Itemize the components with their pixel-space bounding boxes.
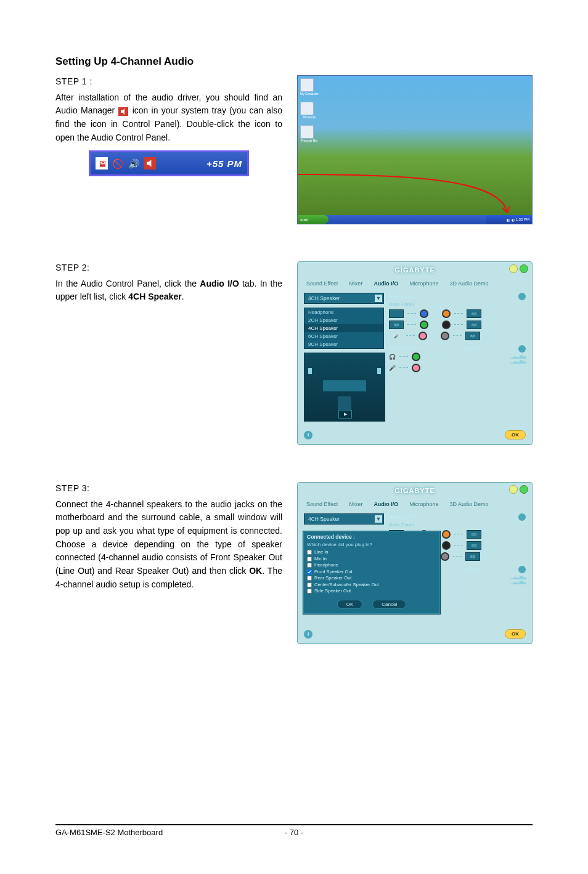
dialog-option-label: Rear Speaker Out xyxy=(314,575,351,582)
back-panel-label: Back Panel xyxy=(389,301,526,307)
jack-black[interactable] xyxy=(442,541,451,550)
demo-play-button[interactable]: ▶ xyxy=(338,410,352,419)
jack-slot: 8|8 xyxy=(389,321,404,329)
speaker-option[interactable]: 8CH Speaker xyxy=(304,340,383,348)
tab-3d-demo[interactable]: 3D Audio Demo xyxy=(449,501,488,507)
callout-arrow xyxy=(298,76,532,224)
tab-sound-effect[interactable]: Sound Effect xyxy=(306,280,338,287)
speaker-layout-illustration: ▶ xyxy=(304,353,385,422)
dialog-option-label: Headphone xyxy=(314,562,338,569)
front-jack-pink[interactable] xyxy=(412,364,420,372)
speaker-option[interactable]: Headphone xyxy=(304,308,383,316)
jack-black[interactable] xyxy=(442,321,451,329)
close-icon[interactable] xyxy=(520,485,528,494)
jack-grey[interactable] xyxy=(441,332,449,340)
step1-label: STEP 1 : xyxy=(55,75,282,89)
dialog-option[interactable]: Line In xyxy=(307,549,436,556)
ok-button[interactable]: OK xyxy=(505,629,526,639)
dialog-option-label: Side Speaker Out xyxy=(314,588,351,595)
dialog-option-label: Front Speaker Out xyxy=(314,569,353,576)
settings-icon[interactable] xyxy=(518,345,526,353)
close-icon[interactable] xyxy=(520,264,528,273)
ok-button[interactable]: OK xyxy=(505,430,526,439)
jack-slot: 8|8 xyxy=(467,321,481,329)
jack-blue[interactable] xyxy=(420,309,428,318)
settings-icon[interactable] xyxy=(518,566,526,573)
settings-icon[interactable] xyxy=(518,513,526,521)
digital-label: DIGITAL xyxy=(463,566,486,573)
analog-label: ANALOG xyxy=(389,293,415,300)
tab-mixer[interactable]: Mixer xyxy=(349,280,362,287)
jack-slot: 8|8 xyxy=(465,332,480,340)
dialog-option[interactable]: Front Speaker Out xyxy=(307,569,436,576)
tab-audio-io[interactable]: Audio I/O xyxy=(374,501,398,507)
digital-waveform: ▁▃▂▅▃ xyxy=(463,574,526,579)
dialog-option-checkbox[interactable] xyxy=(307,563,312,568)
panel-tabs: Sound Effect Mixer Audio I/O Microphone … xyxy=(298,499,532,511)
tray-speaker-icon: 🔊 xyxy=(128,157,140,169)
panel-brand: GIGABYTE xyxy=(394,266,435,274)
tab-microphone[interactable]: Microphone xyxy=(409,280,438,287)
dialog-option-checkbox[interactable] xyxy=(307,589,312,594)
desktop-screenshot: My Computer HD Audio Recycle Bin start xyxy=(297,75,533,224)
digital-waveform: ▁▃▂▅▃ xyxy=(463,359,526,364)
dialog-option-checkbox[interactable] xyxy=(307,550,312,555)
speaker-option[interactable]: 4CH Speaker xyxy=(304,324,383,332)
mic-icon: 🎤 xyxy=(389,365,396,371)
tab-microphone[interactable]: Microphone xyxy=(409,501,438,507)
footer-model: GA-M61SME-S2 Motherboard xyxy=(55,828,163,837)
dialog-option-checkbox[interactable] xyxy=(307,570,312,574)
info-icon[interactable]: i xyxy=(304,431,312,439)
info-icon[interactable]: i xyxy=(304,630,312,639)
tray-monitor-icon: 🖥 xyxy=(96,157,108,169)
dialog-option[interactable]: Mic In xyxy=(307,556,436,563)
dialog-option[interactable]: Headphone xyxy=(307,562,436,569)
jack-pink[interactable] xyxy=(419,332,427,340)
tab-audio-io[interactable]: Audio I/O xyxy=(374,280,398,287)
dialog-cancel-button[interactable]: Cancel xyxy=(372,600,406,609)
jack-green[interactable] xyxy=(420,321,428,329)
dialog-ok-button[interactable]: OK xyxy=(337,600,363,609)
dialog-option-checkbox[interactable] xyxy=(307,557,312,562)
dialog-option-checkbox[interactable] xyxy=(307,576,312,581)
audio-control-panel: GIGABYTE Sound Effect Mixer Audio I/O Mi… xyxy=(297,482,533,644)
front-jack-green[interactable] xyxy=(412,353,420,361)
speaker-option[interactable]: 2CH Speaker xyxy=(304,316,383,324)
digital-waveform: ▁▃▂▅▃ xyxy=(463,354,526,359)
speaker-config-select[interactable]: 4CH Speaker ▼ xyxy=(304,293,384,304)
footer-page-number: - 70 - xyxy=(285,828,303,837)
dialog-header: Connected device : xyxy=(307,534,436,540)
minimize-icon[interactable] xyxy=(509,264,518,273)
jack-slot xyxy=(389,309,404,318)
dialog-option-label: Center/Subwoofer Speaker Out xyxy=(314,582,379,589)
dialog-options: Line InMic InHeadphoneFront Speaker OutR… xyxy=(307,549,436,595)
tab-sound-effect[interactable]: Sound Effect xyxy=(306,501,338,507)
dialog-option[interactable]: Rear Speaker Out xyxy=(307,575,436,582)
panel-tabs: Sound Effect Mixer Audio I/O Microphone … xyxy=(298,278,532,290)
chevron-down-icon[interactable]: ▼ xyxy=(375,295,382,302)
tray-audio-manager-icon[interactable] xyxy=(144,157,156,169)
step1-paragraph: After installation of the audio driver, … xyxy=(55,91,282,145)
dialog-option[interactable]: Center/Subwoofer Speaker Out xyxy=(307,582,436,589)
tab-3d-demo[interactable]: 3D Audio Demo xyxy=(449,280,488,287)
section-title: Setting Up 4-Channel Audio xyxy=(55,55,533,68)
digital-waveform: ▁▃▂▅▃ xyxy=(463,579,526,584)
system-tray: 🖥 🚫 🔊 +55 PM xyxy=(89,150,249,176)
headphone-icon: 🎧 xyxy=(389,354,396,360)
settings-icon[interactable] xyxy=(518,293,526,300)
speaker-option[interactable]: 6CH Speaker xyxy=(304,332,383,340)
front-panel-label: Front Panel xyxy=(389,345,421,351)
jack-slot: 8|8 xyxy=(467,309,481,318)
step3-paragraph: Connect the 4-channel speakers to the au… xyxy=(55,498,282,592)
dialog-option-checkbox[interactable] xyxy=(307,582,312,587)
chevron-down-icon[interactable]: ▼ xyxy=(375,515,382,523)
jack-orange[interactable] xyxy=(442,530,451,539)
minimize-icon[interactable] xyxy=(509,485,518,494)
tray-disabled-icon: 🚫 xyxy=(112,157,124,169)
tray-time: +55 PM xyxy=(206,157,242,171)
speaker-config-select[interactable]: 4CH Speaker ▼ xyxy=(304,513,384,525)
jack-grey[interactable] xyxy=(441,552,449,561)
tab-mixer[interactable]: Mixer xyxy=(349,501,362,507)
dialog-option[interactable]: Side Speaker Out xyxy=(307,588,436,595)
jack-orange[interactable] xyxy=(442,309,451,318)
